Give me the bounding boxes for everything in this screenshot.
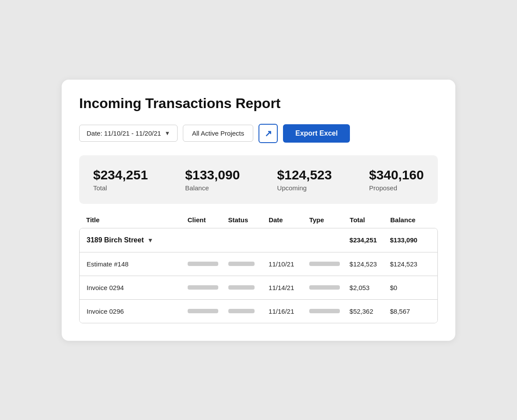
- expand-chevron-icon: ▼: [147, 237, 154, 244]
- col-status: Status: [228, 216, 269, 224]
- row-total: $52,362: [349, 308, 390, 315]
- row-title: Invoice 0296: [87, 308, 188, 315]
- chevron-down-icon: ▼: [164, 130, 170, 136]
- row-total: $2,053: [349, 284, 390, 291]
- export-excel-button[interactable]: Export Excel: [283, 124, 350, 143]
- client-placeholder: [188, 309, 218, 313]
- report-card: Incoming Transactions Report Date: 11/10…: [62, 80, 455, 341]
- summary-balance-amount: $133,090: [185, 168, 240, 182]
- table-row[interactable]: Invoice 0294 11/14/21 $2,053 $0: [80, 276, 437, 300]
- row-total: $124,523: [349, 260, 390, 268]
- status-placeholder: [228, 285, 255, 290]
- client-placeholder: [188, 285, 218, 290]
- summary-proposed: $340,160 Proposed: [369, 168, 424, 192]
- summary-bar: $234,251 Total $133,090 Balance $124,523…: [79, 155, 438, 204]
- col-total: Total: [350, 216, 391, 224]
- summary-total-amount: $234,251: [93, 168, 148, 182]
- table-body: 3189 Birch Street ▼ $234,251 $133,090 Es…: [79, 228, 438, 323]
- col-balance: Balance: [390, 216, 431, 224]
- project-total-value: $234,251: [349, 236, 390, 244]
- type-placeholder: [309, 262, 340, 266]
- summary-upcoming-amount: $124,523: [277, 168, 332, 182]
- row-balance: $124,523: [390, 260, 430, 268]
- project-group-row[interactable]: 3189 Birch Street ▼ $234,251 $133,090: [80, 228, 437, 252]
- summary-balance: $133,090 Balance: [185, 168, 240, 192]
- col-title: Title: [86, 216, 188, 224]
- summary-balance-label: Balance: [185, 184, 209, 192]
- status-placeholder: [228, 262, 255, 266]
- row-title: Estimate #148: [87, 260, 188, 268]
- project-balance-value: $133,090: [390, 236, 430, 244]
- row-balance: $8,567: [390, 308, 430, 315]
- row-title: Invoice 0294: [87, 284, 188, 291]
- col-client: Client: [188, 216, 228, 224]
- chart-trend-button[interactable]: ↗: [258, 124, 278, 143]
- col-type: Type: [309, 216, 350, 224]
- summary-total-label: Total: [93, 184, 107, 192]
- table-row[interactable]: Estimate #148 11/10/21 $124,523 $124,523: [80, 252, 437, 276]
- summary-proposed-label: Proposed: [369, 184, 397, 192]
- summary-upcoming-label: Upcoming: [277, 184, 307, 192]
- type-placeholder: [309, 309, 340, 313]
- row-date: 11/14/21: [269, 284, 309, 291]
- status-placeholder: [228, 309, 255, 313]
- page-title: Incoming Transactions Report: [79, 95, 438, 112]
- col-date: Date: [269, 216, 309, 224]
- client-placeholder: [188, 262, 218, 266]
- summary-upcoming: $124,523 Upcoming: [277, 168, 332, 192]
- date-filter-button[interactable]: Date: 11/10/21 - 11/20/21 ▼: [79, 125, 178, 142]
- date-filter-label: Date: 11/10/21 - 11/20/21: [87, 130, 161, 137]
- row-date: 11/16/21: [269, 308, 309, 315]
- row-balance: $0: [390, 284, 430, 291]
- project-filter-button[interactable]: All Active Projects: [183, 125, 253, 142]
- type-placeholder: [309, 285, 340, 290]
- trend-arrow-icon: ↗: [265, 128, 272, 139]
- table-row[interactable]: Invoice 0296 11/16/21 $52,362 $8,567: [80, 300, 437, 323]
- project-group-title: 3189 Birch Street ▼: [87, 236, 188, 244]
- project-filter-label: All Active Projects: [192, 130, 244, 137]
- row-date: 11/10/21: [269, 260, 309, 268]
- summary-total: $234,251 Total: [93, 168, 148, 192]
- toolbar: Date: 11/10/21 - 11/20/21 ▼ All Active P…: [79, 124, 438, 143]
- table-header: Title Client Status Date Type Total Bala…: [79, 216, 438, 228]
- summary-proposed-amount: $340,160: [369, 168, 424, 182]
